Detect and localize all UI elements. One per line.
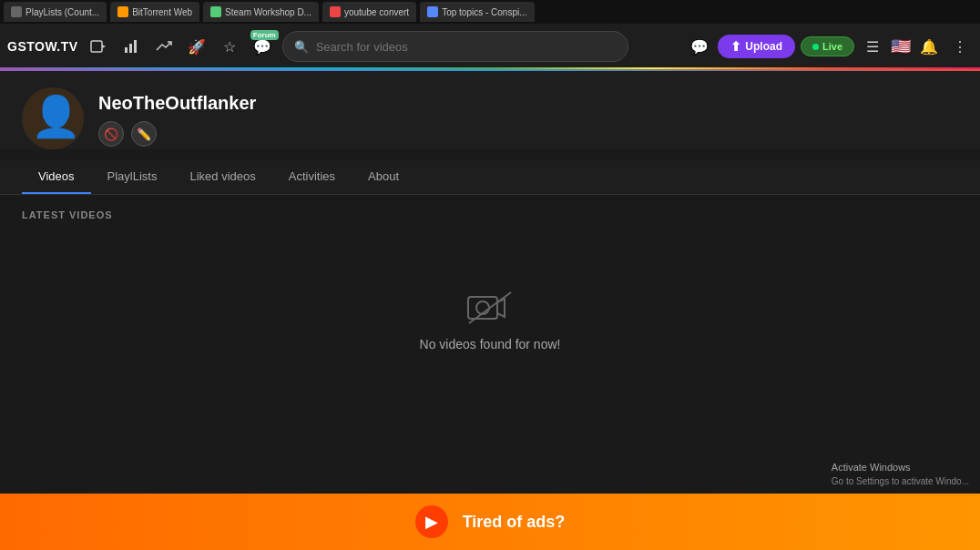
video-icon [90,40,107,53]
rocket-icon-btn[interactable]: 🚀 [184,34,209,59]
hamburger-icon-btn[interactable]: ☰ [860,34,885,59]
edit-icon-btn[interactable]: ✏️ [131,121,157,147]
tab-videos[interactable]: Videos [22,160,91,194]
tab-favicon-steam [210,6,221,17]
avatar [22,87,84,149]
notification-icon-btn[interactable]: 🔔 [916,34,942,59]
live-button[interactable]: Live [801,36,854,56]
tab-steam[interactable]: Steam Workshop D... [203,2,319,22]
live-dot-icon [812,44,819,50]
channel-name: NeoTheOutflanker [98,93,256,114]
tab-playlists-channel[interactable]: PlaylLists [91,160,174,194]
ad-banner[interactable]: ▶ Tired of ads? [0,494,980,550]
search-input[interactable] [316,40,617,54]
svg-marker-1 [102,45,106,48]
tab-favicon-bittorrent [117,6,128,17]
channel-tabs: Videos PlaylLists Liked videos Activitie… [0,160,980,195]
video-icon-btn[interactable] [86,34,111,59]
language-flag-icon[interactable]: 🇺🇸 [891,36,911,56]
tab-favicon-youtube [330,6,341,17]
content-area: LATEST VIDEOS No videos found for now! [0,195,980,402]
windows-activate-line2: Go to Settings to activate Windo... [832,474,969,488]
nav-bar: GSTOW.TV 🚀 ☆ 💬 Forum 🔍 [0,24,980,71]
upload-label: Upload [745,40,782,53]
section-title: LATEST VIDEOS [22,209,958,220]
no-video-icon [466,290,514,326]
trending-icon [156,41,172,52]
tab-label-youtube: youtube convert [344,7,409,17]
channel-header: NeoTheOutflanker 🚫 ✏️ [0,71,980,149]
upload-arrow-icon: ⬆ [730,39,741,54]
tab-label-playlists: PlayLists (Count... [26,7,99,17]
tab-bittorrent[interactable]: BitTorrent Web [110,2,199,22]
ad-text: Tired of ads? [463,513,566,532]
star-icon-btn[interactable]: ☆ [217,34,242,59]
browser-tab-bar: PlayLists (Count... BitTorrent Web Steam… [0,0,980,24]
live-label: Live [822,41,842,52]
empty-message: No videos found for now! [420,337,561,351]
tab-label-steam: Steam Workshop D... [225,7,311,17]
trending-icon-btn[interactable] [151,34,177,59]
tab-activities[interactable]: Activities [272,160,352,194]
empty-state: No videos found for now! [22,235,958,388]
channel-actions: 🚫 ✏️ [98,121,256,147]
tab-favicon-playlists [11,6,22,17]
chart-icon [124,39,138,54]
tab-label-top-topics: Top topics - Conspi... [442,7,526,17]
windows-activate-line1: Activate Windows [832,460,969,475]
camera-slash-svg [466,290,514,326]
chart-icon-btn[interactable] [118,34,144,59]
upload-button[interactable]: ⬆ Upload [718,35,795,58]
avatar-image [22,87,84,149]
forum-badge: Forum [250,30,279,40]
svg-rect-3 [129,44,132,53]
tab-about[interactable]: About [352,160,415,194]
svg-rect-5 [468,297,497,319]
tab-favicon-top-topics [427,6,438,17]
site-logo[interactable]: GSTOW.TV [7,39,78,54]
search-icon: 🔍 [294,40,309,54]
tab-label-bittorrent: BitTorrent Web [132,7,192,17]
messages-icon-btn[interactable]: 💬 [687,34,712,59]
nav-right: 💬 ⬆ Upload Live ☰ 🇺🇸 🔔 ⋮ [687,34,973,59]
search-bar[interactable]: 🔍 [282,31,628,62]
channel-info: NeoTheOutflanker 🚫 ✏️ [98,87,256,147]
svg-rect-0 [91,41,102,52]
ad-play-icon: ▶ [415,505,448,538]
tab-playlists[interactable]: PlayLists (Count... [4,2,107,22]
more-icon-btn[interactable]: ⋮ [947,34,973,59]
svg-rect-4 [134,40,137,53]
windows-watermark: Activate Windows Go to Settings to activ… [832,460,969,489]
tab-youtube-convert[interactable]: youtube convert [322,2,416,22]
block-icon-btn[interactable]: 🚫 [98,121,124,147]
svg-rect-2 [125,47,128,53]
tab-top-topics[interactable]: Top topics - Conspi... [420,2,534,22]
tab-liked-videos[interactable]: Liked videos [173,160,271,194]
